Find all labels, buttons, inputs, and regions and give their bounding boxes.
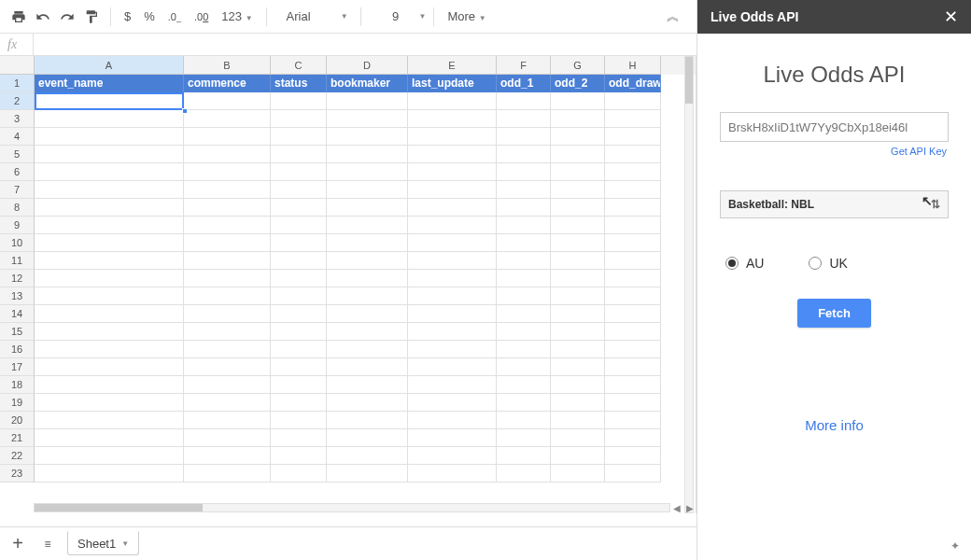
cell[interactable] <box>184 287 271 305</box>
cell[interactable] <box>327 128 408 146</box>
row-header[interactable]: 21 <box>0 429 35 447</box>
cell[interactable] <box>605 128 661 146</box>
cell[interactable] <box>551 394 605 412</box>
cell[interactable] <box>605 465 661 483</box>
cell[interactable] <box>497 447 551 465</box>
cell[interactable]: odd_1 <box>497 75 551 92</box>
cell[interactable] <box>327 376 408 394</box>
cell[interactable] <box>408 287 497 305</box>
cell[interactable] <box>497 305 551 323</box>
cell[interactable] <box>271 305 327 323</box>
cell[interactable] <box>605 429 661 447</box>
cell[interactable] <box>184 92 271 110</box>
cell[interactable] <box>497 323 551 341</box>
cell[interactable] <box>35 146 184 163</box>
cell[interactable] <box>271 358 327 376</box>
cell[interactable] <box>497 287 551 305</box>
cell[interactable] <box>35 376 184 394</box>
cell[interactable] <box>184 181 271 199</box>
cell[interactable] <box>35 305 184 323</box>
print-icon[interactable] <box>7 6 30 28</box>
cell[interactable] <box>35 92 184 110</box>
cell[interactable] <box>35 429 184 447</box>
row-header[interactable]: 6 <box>0 163 35 181</box>
cell[interactable] <box>327 92 408 110</box>
cell[interactable] <box>408 92 497 110</box>
cell[interactable] <box>271 217 327 234</box>
cell[interactable] <box>497 234 551 252</box>
cell[interactable] <box>35 252 184 270</box>
cell[interactable] <box>605 412 661 429</box>
undo-icon[interactable] <box>32 6 54 28</box>
cell[interactable] <box>35 358 184 376</box>
row-header[interactable]: 23 <box>0 465 35 483</box>
cell[interactable] <box>35 447 184 465</box>
cell[interactable] <box>408 412 497 429</box>
explore-icon[interactable]: ✦ <box>945 536 965 556</box>
all-sheets-button[interactable]: ≡ <box>37 534 58 554</box>
cell[interactable] <box>497 465 551 483</box>
cell[interactable] <box>271 234 327 252</box>
cell[interactable] <box>327 234 408 252</box>
cell[interactable] <box>35 394 184 412</box>
spreadsheet-grid[interactable]: A B C D E F G H 1event_namecommencestatu… <box>0 56 697 513</box>
row-header[interactable]: 19 <box>0 394 35 412</box>
row-header[interactable]: 14 <box>0 305 35 323</box>
sport-select[interactable]: Basketball: NBL ⇅ ↖ <box>720 190 949 218</box>
row-header[interactable]: 7 <box>0 181 35 199</box>
cell[interactable] <box>408 128 497 146</box>
cell[interactable] <box>551 146 605 163</box>
cell[interactable] <box>271 376 327 394</box>
cell[interactable] <box>408 146 497 163</box>
cell[interactable] <box>35 465 184 483</box>
formula-input[interactable] <box>34 37 697 51</box>
cell[interactable] <box>605 323 661 341</box>
cell[interactable] <box>605 394 661 412</box>
cell[interactable] <box>497 146 551 163</box>
cell[interactable] <box>271 447 327 465</box>
cell[interactable] <box>327 110 408 128</box>
cell[interactable] <box>327 199 408 217</box>
cell[interactable] <box>497 163 551 181</box>
cell[interactable] <box>271 394 327 412</box>
cell[interactable] <box>497 92 551 110</box>
cell[interactable] <box>184 447 271 465</box>
row-header[interactable]: 17 <box>0 358 35 376</box>
cell[interactable] <box>605 92 661 110</box>
add-sheet-button[interactable]: + <box>7 534 28 554</box>
cell[interactable] <box>184 341 271 358</box>
cell[interactable] <box>408 323 497 341</box>
font-size-input[interactable]: 9 <box>380 9 412 23</box>
cell[interactable] <box>271 412 327 429</box>
cell[interactable] <box>408 163 497 181</box>
cell[interactable] <box>271 465 327 483</box>
horizontal-scrollbar[interactable]: ◀▶ <box>34 502 697 513</box>
cell[interactable] <box>35 287 184 305</box>
cell[interactable] <box>184 163 271 181</box>
cell[interactable] <box>184 376 271 394</box>
cell[interactable]: last_update <box>408 75 497 92</box>
cell[interactable] <box>408 358 497 376</box>
cell[interactable] <box>551 199 605 217</box>
cell[interactable] <box>184 429 271 447</box>
col-header-B[interactable]: B <box>184 56 271 75</box>
cell[interactable] <box>605 341 661 358</box>
cell[interactable] <box>408 341 497 358</box>
cell[interactable] <box>551 252 605 270</box>
cell[interactable]: bookmaker <box>327 75 408 92</box>
cell[interactable] <box>35 110 184 128</box>
row-header[interactable]: 10 <box>0 234 35 252</box>
region-au-radio[interactable]: AU <box>725 256 764 271</box>
cell[interactable] <box>35 128 184 146</box>
cell[interactable] <box>327 287 408 305</box>
cell[interactable] <box>271 323 327 341</box>
row-header[interactable]: 13 <box>0 287 35 305</box>
cell[interactable] <box>497 341 551 358</box>
cell[interactable] <box>408 234 497 252</box>
cell[interactable] <box>497 358 551 376</box>
paint-format-icon[interactable] <box>80 6 103 28</box>
cell[interactable] <box>497 181 551 199</box>
get-api-key-link[interactable]: Get API Key <box>891 146 947 157</box>
cell[interactable] <box>271 110 327 128</box>
cell[interactable] <box>551 341 605 358</box>
